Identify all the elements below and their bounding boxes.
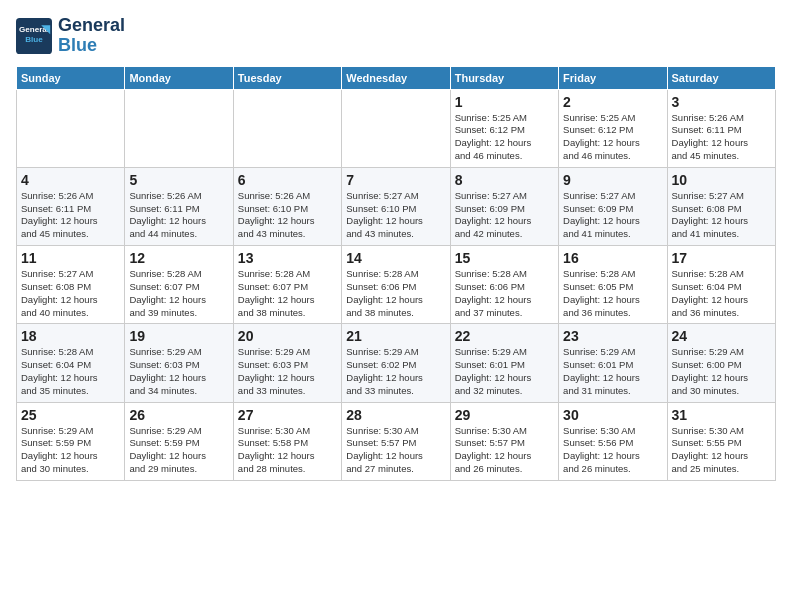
calendar-cell: 22Sunrise: 5:29 AM Sunset: 6:01 PM Dayli… — [450, 324, 558, 402]
calendar-cell — [17, 89, 125, 167]
day-detail: Sunrise: 5:28 AM Sunset: 6:05 PM Dayligh… — [563, 268, 662, 319]
day-number: 25 — [21, 407, 120, 423]
day-detail: Sunrise: 5:30 AM Sunset: 5:57 PM Dayligh… — [346, 425, 445, 476]
calendar-cell — [233, 89, 341, 167]
calendar-cell: 27Sunrise: 5:30 AM Sunset: 5:58 PM Dayli… — [233, 402, 341, 480]
day-detail: Sunrise: 5:29 AM Sunset: 5:59 PM Dayligh… — [129, 425, 228, 476]
calendar-week-row: 18Sunrise: 5:28 AM Sunset: 6:04 PM Dayli… — [17, 324, 776, 402]
day-detail: Sunrise: 5:26 AM Sunset: 6:11 PM Dayligh… — [21, 190, 120, 241]
day-detail: Sunrise: 5:28 AM Sunset: 6:04 PM Dayligh… — [21, 346, 120, 397]
calendar-cell: 7Sunrise: 5:27 AM Sunset: 6:10 PM Daylig… — [342, 167, 450, 245]
calendar-cell: 28Sunrise: 5:30 AM Sunset: 5:57 PM Dayli… — [342, 402, 450, 480]
calendar-cell: 13Sunrise: 5:28 AM Sunset: 6:07 PM Dayli… — [233, 246, 341, 324]
day-detail: Sunrise: 5:30 AM Sunset: 5:56 PM Dayligh… — [563, 425, 662, 476]
weekday-header: Saturday — [667, 66, 775, 89]
weekday-header: Thursday — [450, 66, 558, 89]
day-number: 2 — [563, 94, 662, 110]
day-number: 7 — [346, 172, 445, 188]
day-number: 12 — [129, 250, 228, 266]
calendar-cell: 23Sunrise: 5:29 AM Sunset: 6:01 PM Dayli… — [559, 324, 667, 402]
day-detail: Sunrise: 5:30 AM Sunset: 5:55 PM Dayligh… — [672, 425, 771, 476]
calendar-cell: 2Sunrise: 5:25 AM Sunset: 6:12 PM Daylig… — [559, 89, 667, 167]
day-detail: Sunrise: 5:29 AM Sunset: 5:59 PM Dayligh… — [21, 425, 120, 476]
calendar-cell: 4Sunrise: 5:26 AM Sunset: 6:11 PM Daylig… — [17, 167, 125, 245]
calendar-cell: 19Sunrise: 5:29 AM Sunset: 6:03 PM Dayli… — [125, 324, 233, 402]
calendar-cell: 14Sunrise: 5:28 AM Sunset: 6:06 PM Dayli… — [342, 246, 450, 324]
calendar-table: SundayMondayTuesdayWednesdayThursdayFrid… — [16, 66, 776, 481]
day-detail: Sunrise: 5:28 AM Sunset: 6:07 PM Dayligh… — [238, 268, 337, 319]
day-number: 1 — [455, 94, 554, 110]
day-number: 28 — [346, 407, 445, 423]
calendar-cell: 24Sunrise: 5:29 AM Sunset: 6:00 PM Dayli… — [667, 324, 775, 402]
day-detail: Sunrise: 5:26 AM Sunset: 6:10 PM Dayligh… — [238, 190, 337, 241]
day-number: 4 — [21, 172, 120, 188]
day-number: 24 — [672, 328, 771, 344]
day-number: 11 — [21, 250, 120, 266]
weekday-header: Tuesday — [233, 66, 341, 89]
calendar-cell: 29Sunrise: 5:30 AM Sunset: 5:57 PM Dayli… — [450, 402, 558, 480]
svg-text:Blue: Blue — [25, 35, 43, 44]
day-number: 17 — [672, 250, 771, 266]
calendar-cell: 10Sunrise: 5:27 AM Sunset: 6:08 PM Dayli… — [667, 167, 775, 245]
calendar-cell: 16Sunrise: 5:28 AM Sunset: 6:05 PM Dayli… — [559, 246, 667, 324]
calendar-cell: 12Sunrise: 5:28 AM Sunset: 6:07 PM Dayli… — [125, 246, 233, 324]
calendar-cell: 3Sunrise: 5:26 AM Sunset: 6:11 PM Daylig… — [667, 89, 775, 167]
day-detail: Sunrise: 5:28 AM Sunset: 6:07 PM Dayligh… — [129, 268, 228, 319]
calendar-cell: 11Sunrise: 5:27 AM Sunset: 6:08 PM Dayli… — [17, 246, 125, 324]
day-detail: Sunrise: 5:29 AM Sunset: 6:00 PM Dayligh… — [672, 346, 771, 397]
day-detail: Sunrise: 5:27 AM Sunset: 6:09 PM Dayligh… — [455, 190, 554, 241]
weekday-header: Monday — [125, 66, 233, 89]
calendar-week-row: 25Sunrise: 5:29 AM Sunset: 5:59 PM Dayli… — [17, 402, 776, 480]
day-detail: Sunrise: 5:27 AM Sunset: 6:08 PM Dayligh… — [672, 190, 771, 241]
day-number: 23 — [563, 328, 662, 344]
calendar-cell: 9Sunrise: 5:27 AM Sunset: 6:09 PM Daylig… — [559, 167, 667, 245]
page-header: General Blue General Blue — [16, 16, 776, 56]
calendar-cell — [342, 89, 450, 167]
day-detail: Sunrise: 5:28 AM Sunset: 6:06 PM Dayligh… — [455, 268, 554, 319]
day-detail: Sunrise: 5:28 AM Sunset: 6:06 PM Dayligh… — [346, 268, 445, 319]
day-detail: Sunrise: 5:29 AM Sunset: 6:03 PM Dayligh… — [238, 346, 337, 397]
day-number: 30 — [563, 407, 662, 423]
day-number: 22 — [455, 328, 554, 344]
day-detail: Sunrise: 5:29 AM Sunset: 6:01 PM Dayligh… — [455, 346, 554, 397]
weekday-header: Friday — [559, 66, 667, 89]
calendar-cell: 21Sunrise: 5:29 AM Sunset: 6:02 PM Dayli… — [342, 324, 450, 402]
calendar-cell — [125, 89, 233, 167]
day-number: 8 — [455, 172, 554, 188]
day-detail: Sunrise: 5:29 AM Sunset: 6:02 PM Dayligh… — [346, 346, 445, 397]
day-detail: Sunrise: 5:26 AM Sunset: 6:11 PM Dayligh… — [672, 112, 771, 163]
day-detail: Sunrise: 5:27 AM Sunset: 6:10 PM Dayligh… — [346, 190, 445, 241]
day-number: 21 — [346, 328, 445, 344]
day-detail: Sunrise: 5:27 AM Sunset: 6:09 PM Dayligh… — [563, 190, 662, 241]
day-detail: Sunrise: 5:28 AM Sunset: 6:04 PM Dayligh… — [672, 268, 771, 319]
day-number: 13 — [238, 250, 337, 266]
calendar-cell: 1Sunrise: 5:25 AM Sunset: 6:12 PM Daylig… — [450, 89, 558, 167]
calendar-week-row: 1Sunrise: 5:25 AM Sunset: 6:12 PM Daylig… — [17, 89, 776, 167]
day-number: 19 — [129, 328, 228, 344]
day-number: 20 — [238, 328, 337, 344]
logo: General Blue General Blue — [16, 16, 125, 56]
calendar-cell: 26Sunrise: 5:29 AM Sunset: 5:59 PM Dayli… — [125, 402, 233, 480]
day-detail: Sunrise: 5:25 AM Sunset: 6:12 PM Dayligh… — [455, 112, 554, 163]
day-number: 16 — [563, 250, 662, 266]
logo-name: General Blue — [58, 16, 125, 56]
day-number: 14 — [346, 250, 445, 266]
calendar-cell: 6Sunrise: 5:26 AM Sunset: 6:10 PM Daylig… — [233, 167, 341, 245]
day-detail: Sunrise: 5:30 AM Sunset: 5:57 PM Dayligh… — [455, 425, 554, 476]
day-number: 31 — [672, 407, 771, 423]
calendar-cell: 8Sunrise: 5:27 AM Sunset: 6:09 PM Daylig… — [450, 167, 558, 245]
day-detail: Sunrise: 5:29 AM Sunset: 6:01 PM Dayligh… — [563, 346, 662, 397]
day-number: 29 — [455, 407, 554, 423]
day-detail: Sunrise: 5:25 AM Sunset: 6:12 PM Dayligh… — [563, 112, 662, 163]
day-number: 3 — [672, 94, 771, 110]
day-number: 27 — [238, 407, 337, 423]
calendar-week-row: 4Sunrise: 5:26 AM Sunset: 6:11 PM Daylig… — [17, 167, 776, 245]
calendar-cell: 15Sunrise: 5:28 AM Sunset: 6:06 PM Dayli… — [450, 246, 558, 324]
day-number: 6 — [238, 172, 337, 188]
day-number: 9 — [563, 172, 662, 188]
logo-icon: General Blue — [16, 18, 52, 54]
calendar-cell: 5Sunrise: 5:26 AM Sunset: 6:11 PM Daylig… — [125, 167, 233, 245]
weekday-header: Wednesday — [342, 66, 450, 89]
day-number: 15 — [455, 250, 554, 266]
weekday-header: Sunday — [17, 66, 125, 89]
